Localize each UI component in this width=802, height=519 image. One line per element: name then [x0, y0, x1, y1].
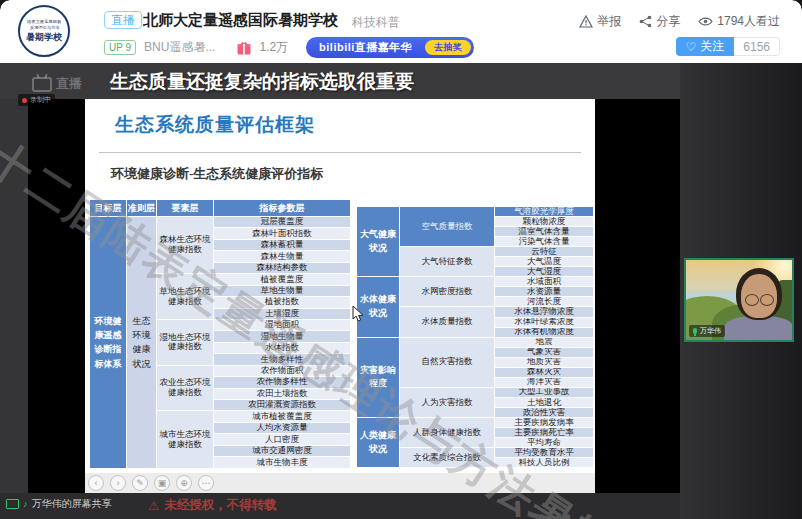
parameter-cell: 土壤湿度 [214, 309, 350, 319]
presentation-slide: 生态系统质量评估框架 环境健康诊断-生态系统健康评价指标 目标层准则层要素层指标… [85, 99, 595, 473]
index-cell: 水网密度指数 [400, 277, 494, 306]
parameter-cell: 地质灾害 [495, 358, 593, 367]
element-layer-cell: 城市生态环境健康指数 [157, 411, 213, 467]
parameter-cell: 主要疾病发病率 [495, 418, 593, 427]
follow-button[interactable]: ♡ 关注 [676, 37, 735, 56]
pen-tool-button: ✎ [132, 475, 148, 491]
parameter-cell: 森林蓄积量 [214, 240, 350, 250]
presentation-toolbar: ‹›✎▣⊕⋯ [85, 473, 595, 493]
heart-icon: ♡ [686, 40, 697, 54]
channel-logo[interactable]: 陆表卫星遥感观测 反演理论与方法 暑期学校 [18, 5, 70, 57]
frame-tool-button: ▣ [154, 475, 170, 491]
more-tools-button: ⋯ [198, 475, 214, 491]
logo-tiny-text: 陆表卫星遥感观测 [27, 18, 61, 23]
speaker-webcam: 万华伟 [684, 258, 794, 342]
parameter-cell: 政治性灾害 [495, 408, 593, 417]
parameter-cell: 主要疾病死亡率 [495, 428, 593, 437]
parameter-cell: 污染气体含量 [495, 237, 593, 246]
share-button[interactable]: 分享 [639, 13, 680, 30]
slide-subtitle: 环境健康诊断-生态系统健康评价指标 [111, 165, 323, 183]
index-cell: 自然灾害指数 [400, 338, 494, 387]
lecture-caption: 生态质量还挺复杂的指标选取很重要 [110, 69, 414, 95]
bilibili-tv-icon [32, 77, 52, 92]
column-header: 指标参数层 [214, 200, 350, 216]
parameter-cell: 草地生物量 [214, 286, 350, 296]
copyright-notice: ⚠ 未经授权，不得转载 [148, 497, 277, 514]
parameter-cell: 水体指数 [214, 343, 350, 353]
eye-icon [698, 16, 713, 27]
parameter-cell: 城市植被覆盖度 [214, 411, 350, 421]
parameter-cell: 大气温度 [495, 257, 593, 266]
parameter-cell: 冠层覆盖度 [214, 217, 350, 227]
gift-icon [237, 41, 251, 55]
speaker-name: 万华伟 [700, 326, 721, 336]
caption-bar: 生态质量还挺复杂的指标选取很重要 [0, 63, 680, 99]
logo-name: 暑期学校 [26, 31, 62, 44]
element-layer-cell: 湿地生态环境健康指数 [157, 320, 213, 365]
parameter-cell: 科技人员比例 [495, 458, 593, 467]
glasses-icon [745, 294, 759, 306]
recording-badge: 录制中 [18, 94, 55, 106]
uploader-name[interactable]: BNU遥感暑... [144, 39, 215, 56]
index-cell: 大气特征参数 [400, 247, 494, 276]
warning-icon: ⚠ [148, 498, 159, 513]
report-icon [579, 15, 593, 28]
webcam-name-badge: 万华伟 [689, 325, 725, 337]
mic-icon [693, 328, 697, 334]
parameter-cell: 农田土壤指数 [214, 389, 350, 399]
event-banner[interactable]: bilibili直播嘉年华 去抽奖 [306, 37, 474, 58]
report-button[interactable]: 举报 [579, 13, 621, 30]
mic-icon: ♪ [23, 499, 28, 509]
parameter-cell: 植被指数 [214, 297, 350, 307]
bilibili-watermark: 直播 [32, 75, 82, 93]
element-layer-cell: 森林生态环境健康指数 [157, 217, 213, 273]
stream-header: 陆表卫星遥感观测 反演理论与方法 暑期学校 直播 北师大定量遥感国际暑期学校 科… [0, 0, 802, 63]
parameter-cell: 森林叶面积指数 [214, 228, 350, 238]
follower-count: 6156 [734, 37, 780, 56]
video-player-area[interactable]: 生态质量还挺复杂的指标选取很重要 直播 录制中 生态系统质量评估框架 环境健康诊… [0, 63, 802, 519]
category-cell: 大气健康状况 [357, 207, 399, 276]
parameter-cell: 农作物面积 [214, 366, 350, 376]
parameter-cell: 水体悬浮物浓度 [495, 307, 593, 316]
prev-slide-button: ‹ [88, 475, 104, 491]
parameter-cell: 气溶胶光学厚度 [495, 207, 593, 216]
parameter-cell: 颗粒物浓度 [495, 217, 593, 226]
live-stream-page: 陆表卫星遥感观测 反演理论与方法 暑期学校 直播 北师大定量遥感国际暑期学校 科… [0, 0, 802, 519]
parameter-cell: 平均寿命 [495, 438, 593, 447]
parameter-cell: 水体叶绿素浓度 [495, 318, 593, 327]
parameter-cell: 云特征 [495, 247, 593, 256]
category-cell: 人类健康状况 [357, 418, 399, 467]
slide-divider [99, 152, 581, 153]
parameter-cell: 农田灌溉资源指数 [214, 400, 350, 410]
mouse-cursor [352, 305, 365, 323]
stream-category[interactable]: 科技科普 [352, 14, 400, 31]
stream-title: 北师大定量遥感国际暑期学校 [143, 11, 338, 30]
up-level-badge: UP 9 [104, 40, 136, 55]
share-icon [639, 15, 652, 28]
parameter-cell: 生物多样性 [214, 354, 350, 364]
index-cell: 空气质量指数 [400, 207, 494, 246]
parameter-cell: 城市交通网密度 [214, 446, 350, 456]
parameter-cell: 植被覆盖度 [214, 274, 350, 284]
next-slide-button: › [110, 475, 126, 491]
index-cell: 文化素质综合指数 [400, 448, 494, 467]
parameter-cell: 地震 [495, 338, 593, 347]
parameter-cell: 平均受教育水平 [495, 448, 593, 457]
parameter-cell: 温室气体含量 [495, 227, 593, 236]
viewer-count: 1794人看过 [698, 13, 780, 30]
column-header: 要素层 [157, 200, 213, 216]
parameter-cell: 森林火灾 [495, 368, 593, 377]
category-cell: 灾害影响程度 [357, 338, 399, 417]
lottery-button[interactable]: 去抽奖 [425, 40, 472, 55]
screen-share-label: ♪ 万华伟的屏幕共享 [6, 497, 112, 511]
parameter-cell: 湿地生物量 [214, 331, 350, 341]
goal-layer-cell: 环境健康遥感诊断指标体系 [90, 217, 126, 468]
parameter-cell: 人均水资源量 [214, 423, 350, 433]
screen-icon [6, 499, 19, 509]
parameter-cell: 海洋灾害 [495, 378, 593, 387]
parameter-cell: 水域面积 [495, 277, 593, 286]
element-layer-cell: 农业生态环境健康指数 [157, 366, 213, 411]
parameter-cell: 大气湿度 [495, 267, 593, 276]
speaker-face [741, 274, 777, 318]
parameter-cell: 大型工业事故 [495, 388, 593, 397]
